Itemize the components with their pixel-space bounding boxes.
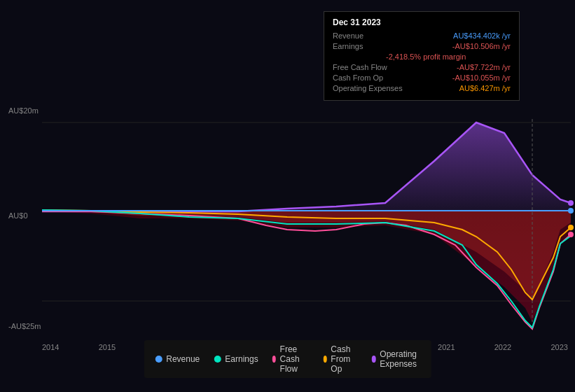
tooltip-row-fcf: Free Cash Flow -AU$7.722m /yr (333, 63, 511, 71)
main-chart (0, 105, 575, 336)
legend-label-opex: Operating Expenses (380, 349, 420, 369)
legend-label-fcf: Free Cash Flow (280, 344, 310, 374)
earnings-label: Earnings (333, 42, 363, 50)
legend-label-revenue: Revenue (166, 354, 200, 364)
legend-cashop[interactable]: Cash From Op (323, 344, 358, 374)
fcf-label: Free Cash Flow (333, 63, 387, 71)
legend-dot-cashop (323, 356, 326, 363)
opex-value: AU$6.427m /yr (459, 84, 511, 92)
legend: Revenue Earnings Free Cash Flow Cash Fro… (144, 340, 431, 378)
tooltip-row-revenue: Revenue AU$434.402k /yr (333, 31, 511, 40)
legend-label-earnings: Earnings (225, 354, 258, 364)
cashop-value: -AU$10.055m /yr (452, 74, 511, 82)
x-label-2022: 2022 (494, 343, 511, 351)
chart-container: Dec 31 2023 Revenue AU$434.402k /yr Earn… (0, 0, 575, 392)
svg-point-4 (568, 208, 574, 214)
legend-opex[interactable]: Operating Expenses (372, 349, 420, 369)
tooltip-row-opex: Operating Expenses AU$6.427m /yr (333, 84, 511, 92)
x-label-2023: 2023 (550, 343, 567, 351)
legend-dot-revenue (155, 356, 162, 363)
tooltip-box: Dec 31 2023 Revenue AU$434.402k /yr Earn… (324, 11, 520, 101)
x-label-2021: 2021 (438, 343, 455, 351)
svg-point-6 (568, 232, 574, 237)
legend-fcf[interactable]: Free Cash Flow (272, 344, 310, 374)
revenue-label: Revenue (333, 31, 363, 40)
svg-point-5 (568, 200, 574, 206)
tooltip-row-cashop: Cash From Op -AU$10.055m /yr (333, 74, 511, 82)
x-label-2014: 2014 (42, 343, 59, 351)
legend-dot-fcf (272, 356, 276, 363)
x-label-2015: 2015 (99, 343, 116, 351)
legend-dot-earnings (214, 356, 221, 363)
tooltip-title: Dec 31 2023 (333, 18, 511, 27)
legend-revenue[interactable]: Revenue (155, 354, 200, 364)
profit-margin-label: -2,418.5% profit margin (386, 52, 466, 61)
legend-earnings[interactable]: Earnings (214, 354, 258, 364)
legend-dot-opex (372, 356, 375, 363)
svg-point-7 (568, 225, 574, 230)
legend-label-cashop: Cash From Op (331, 344, 358, 374)
earnings-value: -AU$10.506m /yr (452, 42, 511, 50)
opex-label: Operating Expenses (333, 84, 403, 92)
cashop-label: Cash From Op (333, 74, 383, 82)
tooltip-row-earnings: Earnings -AU$10.506m /yr (333, 42, 511, 50)
fcf-value: -AU$7.722m /yr (457, 63, 511, 71)
revenue-value: AU$434.402k /yr (453, 31, 511, 40)
